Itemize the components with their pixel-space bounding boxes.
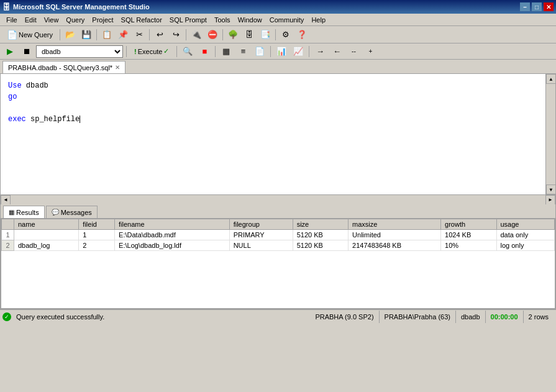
results-table-container[interactable]: name fileid filename filegroup size maxs… [1, 218, 555, 309]
toolbar2-separator-5 [309, 46, 309, 57]
copy-button[interactable]: 📋 [99, 28, 114, 42]
table-row[interactable]: 2 dbadb_log 2 E:\Log\dbadb_log.ldf NULL … [2, 240, 555, 251]
menu-file[interactable]: File [2, 15, 21, 25]
row1-growth: 1024 KB [441, 230, 496, 240]
disconnect-db-button[interactable]: ⏹ [19, 45, 34, 58]
toolbar-separator-6 [275, 29, 276, 40]
status-left: ✓ Query executed successfully. [2, 312, 310, 321]
editor-vscrollbar[interactable]: ▲ ▼ [545, 74, 555, 194]
save-button[interactable]: 💾 [79, 28, 94, 42]
status-message: Query executed successfully. [16, 313, 104, 321]
template-explorer-button[interactable]: 📑 [258, 28, 273, 42]
query-tab-active[interactable]: PRABHA.dbadb - SQLQuery3.sql* ✕ [2, 61, 125, 73]
results-tab-bar: ▦ Results 💬 Messages [1, 204, 555, 218]
toolbar2-separator-3 [215, 46, 216, 57]
menu-edit[interactable]: Edit [21, 15, 40, 25]
cut-button[interactable]: ✂ [132, 28, 147, 42]
row1-usage: data only [496, 230, 555, 240]
parse-button[interactable]: 🔍 [180, 45, 195, 58]
results-tab-messages[interactable]: 💬 Messages [46, 206, 98, 218]
stop-button[interactable]: ■ [197, 45, 212, 58]
disconnect-button[interactable]: ⛔ [205, 28, 220, 42]
scroll-left-arrow[interactable]: ◄ [1, 195, 11, 205]
status-connection: PRABHA\Prabha (63) [379, 311, 455, 323]
properties-button[interactable]: ⚙ [278, 28, 293, 42]
row2-fileid: 2 [79, 240, 115, 251]
scroll-track-v[interactable] [546, 84, 555, 185]
tab-close-button[interactable]: ✕ [115, 64, 120, 71]
toolbar-separator-1 [60, 29, 60, 40]
comment-button[interactable]: -- [346, 45, 361, 58]
menu-query[interactable]: Query [62, 15, 88, 25]
registered-servers-button[interactable]: 🗄 [242, 28, 257, 42]
database-selector[interactable]: dbadb master tempdb model [36, 45, 123, 58]
status-bar: ✓ Query executed successfully. PRABHA (9… [0, 309, 556, 323]
toolbar-separator-2 [96, 29, 97, 40]
row1-maxsize: Unlimited [349, 230, 441, 240]
paste-button[interactable]: 📌 [116, 28, 130, 42]
indent-button[interactable]: → [312, 45, 327, 58]
scroll-up-arrow[interactable]: ▲ [546, 74, 555, 84]
close-button[interactable]: ✕ [544, 2, 554, 11]
code-line-1: Use dbadb [8, 80, 548, 91]
editor-hscrollbar[interactable]: ◄ ► [1, 194, 555, 204]
menu-help[interactable]: Help [308, 15, 329, 25]
scroll-right-arrow[interactable]: ► [545, 195, 555, 205]
toolbar2-separator-2 [176, 46, 177, 57]
maximize-button[interactable]: □ [532, 2, 542, 11]
row2-usage: log only [496, 240, 555, 251]
menu-sql-prompt[interactable]: SQL Prompt [166, 15, 211, 25]
toolbar-separator-3 [149, 29, 150, 40]
status-server: PRABHA (9.0 SP2) [310, 311, 378, 323]
table-row[interactable]: 1 dbadb 1 E:\Data\dbadb.mdf PRIMARY 5120… [2, 230, 555, 240]
status-rows: 2 rows [523, 311, 554, 323]
new-query-button[interactable]: 📄 New Query [2, 28, 57, 42]
row1-filename: E:\Data\dbadb.mdf [115, 230, 230, 240]
results-grid-button[interactable]: ▦ [219, 45, 234, 58]
connect-db-button[interactable]: ▶ [2, 45, 17, 58]
row1-name[interactable]: dbadb [14, 230, 79, 240]
menu-tools[interactable]: Tools [211, 15, 234, 25]
menu-view[interactable]: View [40, 15, 63, 25]
results-file-button[interactable]: 📄 [252, 45, 267, 58]
results-text-button[interactable]: ≡ [235, 45, 250, 58]
code-line-2: go [8, 91, 548, 103]
toolbar2: ▶ ⏹ dbadb master tempdb model ! Execute … [0, 43, 556, 60]
uncomment-button[interactable]: + [363, 45, 378, 58]
open-file-button[interactable]: 📂 [63, 28, 78, 42]
status-right: PRABHA (9.0 SP2) PRABHA\Prabha (63) dbad… [310, 311, 554, 323]
new-query-icon: 📄 [7, 30, 17, 40]
menu-project[interactable]: Project [88, 15, 117, 25]
keyword-go: go [8, 93, 17, 101]
col-header-size: size [293, 219, 348, 230]
help-button[interactable]: ❓ [294, 28, 309, 42]
connect-button[interactable]: 🔌 [189, 28, 204, 42]
row2-growth: 10% [441, 240, 496, 251]
code-editor[interactable]: Use dbadb go exec sp_helpfile ▲ ▼ [1, 74, 555, 194]
results-tab-results[interactable]: ▦ Results [3, 206, 45, 218]
toolbar-separator-5 [222, 29, 223, 40]
connection-label: PRABHA\Prabha (63) [385, 313, 450, 321]
table-header-row: name fileid filename filegroup size maxs… [2, 219, 555, 230]
execute-button[interactable]: ! Execute ✓ [130, 45, 173, 58]
undo-button[interactable]: ↩ [152, 28, 167, 42]
menu-sql-refactor[interactable]: SQL Refactor [117, 15, 166, 25]
include-plan-button[interactable]: 📈 [291, 45, 306, 58]
show-plan-button[interactable]: 📊 [274, 45, 289, 58]
row1-num: 1 [2, 230, 14, 240]
menu-window[interactable]: Window [234, 15, 266, 25]
col-header-usage: usage [496, 219, 555, 230]
object-explorer-button[interactable]: 🌳 [226, 28, 240, 42]
scroll-down-arrow[interactable]: ▼ [546, 185, 555, 194]
execute-check-icon: ✓ [163, 47, 169, 55]
menu-bar: File Edit View Query Project SQL Refacto… [0, 14, 556, 26]
title-bar-left: 🗄 Microsoft SQL Server Management Studio [2, 2, 150, 12]
minimize-button[interactable]: – [520, 2, 530, 11]
redo-button[interactable]: ↪ [168, 28, 183, 42]
code-exec-cmd: sp_helpfile [26, 115, 80, 124]
outdent-button[interactable]: ← [329, 45, 344, 58]
menu-community[interactable]: Community [266, 15, 308, 25]
row1-size: 5120 KB [293, 230, 348, 240]
results-pane: ▦ Results 💬 Messages name fileid filenam… [1, 204, 555, 309]
database-label: dbadb [461, 313, 480, 321]
